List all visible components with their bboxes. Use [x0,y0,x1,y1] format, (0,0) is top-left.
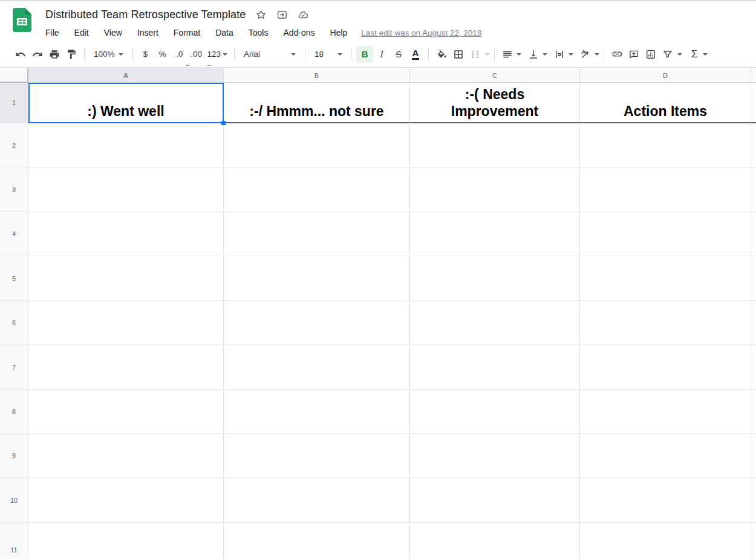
cell-D4[interactable] [580,212,751,256]
cell-A5[interactable] [28,256,224,301]
text-rotation-dropdown[interactable] [595,53,599,56]
column-header-overflow[interactable] [751,68,756,83]
zoom-select[interactable]: 100% [89,46,128,63]
select-all-corner[interactable] [0,68,28,83]
font-family-select[interactable]: Arial [239,46,301,63]
cell-A3[interactable] [28,168,224,212]
cell-D10[interactable] [580,478,751,523]
cell-D7[interactable] [580,345,751,390]
cell-B1[interactable]: :-/ Hmmm... not sure [224,83,410,123]
cell-B3[interactable] [224,168,410,212]
cell-x8[interactable] [751,390,756,434]
format-currency-button[interactable]: $ [137,46,154,63]
row-header-7[interactable]: 7 [0,345,28,390]
column-header-b[interactable]: B [224,68,410,83]
cell-C11[interactable] [410,523,580,559]
menu-help[interactable]: Help [326,27,352,39]
text-wrap-button[interactable] [551,46,568,63]
cell-B8[interactable] [224,390,410,434]
strikethrough-button[interactable]: S [390,46,407,63]
undo-button[interactable] [12,46,29,63]
cell-x3[interactable] [751,168,756,212]
row-header-3[interactable]: 3 [0,168,28,212]
menu-edit[interactable]: Edit [70,27,93,39]
cell-A9[interactable] [28,434,224,478]
row-header-10[interactable]: 10 [0,478,28,523]
cell-D1[interactable]: Action Items [580,83,751,123]
cell-C2[interactable] [410,123,580,168]
font-size-select[interactable]: 18 [310,46,347,63]
star-icon[interactable] [255,9,267,21]
cell-C1[interactable]: :-( Needs Improvement [410,83,580,123]
increase-decimal-button[interactable]: .00→ [188,46,205,63]
cell-B11[interactable] [224,523,410,559]
borders-button[interactable] [450,46,467,63]
cell-D2[interactable] [580,123,751,168]
row-header-9[interactable]: 9 [0,434,28,478]
functions-button[interactable]: Σ [686,46,703,63]
menu-view[interactable]: View [100,27,126,39]
vertical-align-button[interactable] [525,46,542,63]
cell-x2[interactable] [751,123,756,168]
menu-format[interactable]: Format [169,27,204,39]
document-title[interactable]: Distributed Team Retrospective Template [45,8,246,21]
row-header-4[interactable]: 4 [0,212,28,256]
google-sheets-logo-icon[interactable] [13,8,31,32]
menu-insert[interactable]: Insert [133,27,163,39]
cell-B5[interactable] [224,256,410,301]
more-formats-button[interactable]: 123 [205,46,230,63]
cell-B2[interactable] [224,123,410,168]
fill-handle[interactable] [221,121,226,125]
row-header-6[interactable]: 6 [0,301,28,345]
menu-file[interactable]: File [45,27,64,39]
cell-C7[interactable] [410,345,580,390]
redo-button[interactable] [29,46,46,63]
row-header-2[interactable]: 2 [0,123,28,168]
fill-color-button[interactable] [433,46,450,63]
row-header-11[interactable]: 11 [0,523,28,559]
row-header-5[interactable]: 5 [0,256,28,301]
text-wrap-dropdown[interactable] [569,53,573,56]
paint-format-button[interactable] [63,46,80,63]
cell-B10[interactable] [224,478,410,523]
cell-D8[interactable] [580,390,751,434]
filter-dropdown[interactable] [677,53,682,56]
menu-data[interactable]: Data [211,27,238,39]
cell-A2[interactable] [28,123,224,168]
vertical-align-dropdown[interactable] [543,53,547,56]
cell-B4[interactable] [224,212,410,256]
bold-button[interactable]: B [356,46,373,63]
insert-chart-button[interactable] [642,46,659,63]
merge-cells-button[interactable] [467,46,484,63]
menu-tools[interactable]: Tools [244,27,273,39]
cell-D6[interactable] [580,301,751,345]
cell-C8[interactable] [410,390,580,434]
cell-x10[interactable] [751,478,756,523]
filter-button[interactable] [659,46,676,63]
cell-D5[interactable] [580,256,751,301]
cell-C10[interactable] [410,478,580,523]
menu-addons[interactable]: Add-ons [279,27,319,39]
cell-x7[interactable] [751,345,756,390]
cell-C3[interactable] [410,168,580,212]
cell-x5[interactable] [751,256,756,301]
cloud-saved-icon[interactable] [297,9,309,21]
cell-B7[interactable] [224,345,410,390]
functions-dropdown[interactable] [703,53,708,56]
move-to-folder-icon[interactable] [276,9,288,21]
cell-x4[interactable] [751,212,756,256]
cell-x6[interactable] [751,301,756,345]
cell-x11[interactable] [751,523,756,559]
cell-A6[interactable] [28,301,224,345]
insert-comment-button[interactable] [625,46,642,63]
cell-A4[interactable] [28,212,224,256]
cell-A10[interactable] [28,478,224,523]
text-rotation-button[interactable] [577,46,594,63]
text-color-button[interactable]: A [407,46,424,63]
cell-D9[interactable] [580,434,751,478]
column-header-d[interactable]: D [580,68,751,83]
cell-C4[interactable] [410,212,580,256]
print-button[interactable] [46,46,63,63]
cell-x9[interactable] [751,434,756,478]
row-header-1[interactable]: 1 [0,83,28,123]
